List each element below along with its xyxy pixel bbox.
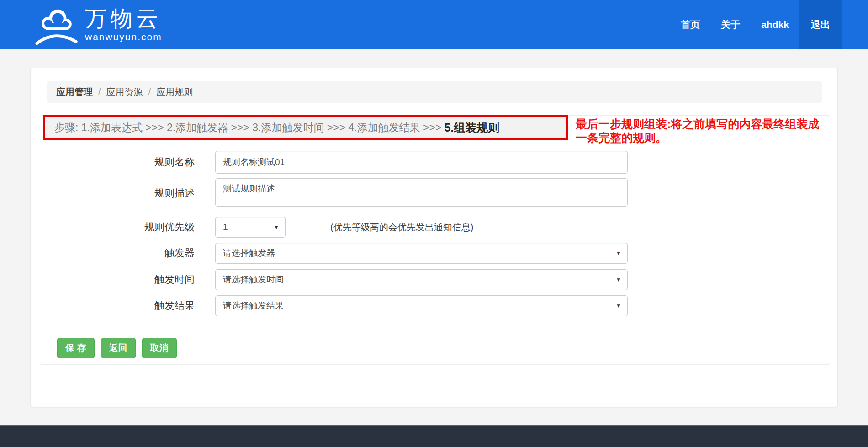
trigger-time-select[interactable]: 请选择触发时间 ▼	[215, 269, 628, 290]
trigger-select[interactable]: 请选择触发器 ▼	[215, 243, 628, 264]
brand-subtitle: wanwuyun.com	[85, 32, 162, 43]
top-navbar: 万物云 wanwuyun.com 首页 关于 ahdkk 退出	[0, 0, 868, 49]
cancel-button[interactable]: 取消	[142, 338, 177, 358]
breadcrumb-separator: /	[98, 87, 101, 97]
rule-form: 规则名称 规则描述 测试规则描述 规则优先级 1 ▼	[40, 140, 830, 358]
trigger-result-select-value: 请选择触发结果	[223, 300, 284, 312]
back-button[interactable]: 返回	[101, 338, 136, 358]
breadcrumb-separator: /	[148, 87, 151, 97]
rule-name-input[interactable]	[215, 151, 628, 174]
brand-logo-block[interactable]: 万物云 wanwuyun.com	[35, 4, 162, 45]
form-actions: 保 存 返回 取消	[57, 338, 830, 358]
rule-form-panel: 步骤: 1.添加表达式 >>> 2.添加触发器 >>> 3.添加触发时间 >>>…	[40, 115, 830, 365]
trigger-select-value: 请选择触发器	[223, 247, 275, 259]
trigger-label: 触发器	[40, 246, 195, 260]
cloud-icon	[35, 5, 79, 45]
brand-title: 万物云	[85, 7, 162, 31]
priority-hint-text: (优先等级高的会优先发出通知信息)	[330, 221, 473, 234]
breadcrumb-item-app-management[interactable]: 应用管理	[56, 86, 93, 98]
navbar-menu: 首页 关于 ahdkk 退出	[670, 0, 842, 49]
page-footer	[0, 425, 868, 447]
nav-item-logout[interactable]: 退出	[799, 0, 842, 49]
trigger-time-label: 触发时间	[40, 273, 195, 287]
breadcrumb-item-app-resources[interactable]: 应用资源	[106, 86, 143, 98]
breadcrumb: 应用管理 / 应用资源 / 应用规则	[47, 81, 822, 103]
rule-priority-select[interactable]: 1 ▼	[215, 217, 286, 238]
chevron-down-icon: ▼	[616, 277, 621, 283]
form-divider	[40, 319, 830, 319]
chevron-down-icon: ▼	[616, 303, 621, 309]
rule-priority-value: 1	[223, 222, 228, 232]
steps-banner: 步骤: 1.添加表达式 >>> 2.添加触发器 >>> 3.添加触发时间 >>>…	[43, 115, 568, 140]
tutorial-annotation-line1: 最后一步规则组装:将之前填写的内容最终组装成	[576, 117, 854, 131]
nav-item-home[interactable]: 首页	[670, 0, 710, 49]
rule-description-textarea[interactable]: 测试规则描述	[215, 178, 628, 207]
chevron-down-icon: ▼	[274, 224, 279, 230]
trigger-result-label: 触发结果	[40, 299, 195, 313]
breadcrumb-item-app-rules[interactable]: 应用规则	[156, 86, 193, 98]
trigger-time-select-value: 请选择触发时间	[223, 274, 284, 286]
rule-priority-label: 规则优先级	[40, 220, 195, 234]
steps-current-step: 5.组装规则	[444, 120, 499, 135]
chevron-down-icon: ▼	[616, 250, 621, 256]
save-button[interactable]: 保 存	[57, 338, 95, 358]
nav-item-username[interactable]: ahdkk	[751, 0, 799, 49]
tutorial-annotation-line2: 一条完整的规则。	[576, 131, 854, 144]
tutorial-annotation: 最后一步规则组装:将之前填写的内容最终组装成 一条完整的规则。	[576, 117, 854, 144]
rule-description-label: 规则描述	[40, 186, 195, 200]
rule-name-label: 规则名称	[40, 155, 195, 169]
steps-text: 步骤: 1.添加表达式 >>> 2.添加触发器 >>> 3.添加触发时间 >>>…	[54, 121, 441, 135]
nav-item-about[interactable]: 关于	[710, 0, 751, 49]
trigger-result-select[interactable]: 请选择触发结果 ▼	[215, 295, 628, 316]
